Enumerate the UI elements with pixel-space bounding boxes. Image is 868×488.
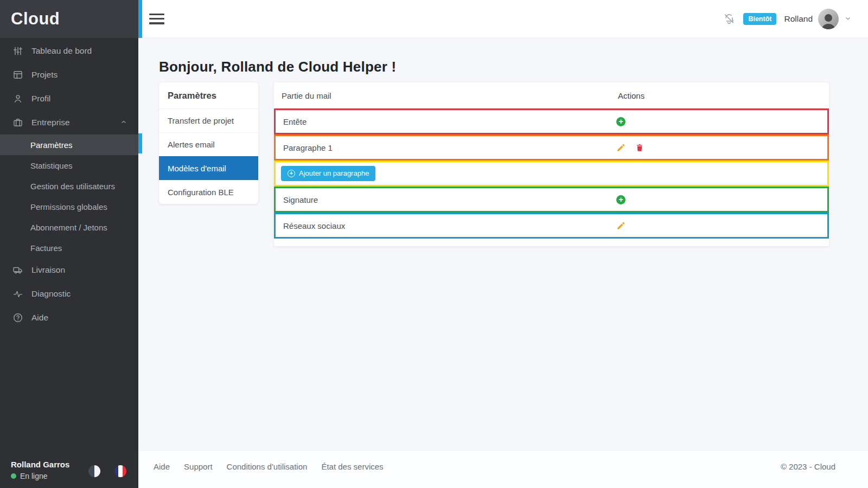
column-header-part: Partie du mail <box>274 91 618 100</box>
sidebar-item-tableau-de-bord[interactable]: Tableau de bord <box>0 39 138 63</box>
logo-accent-bar <box>138 0 142 38</box>
sidebar-item-factures[interactable]: Factures <box>0 237 138 258</box>
add-icon[interactable]: + <box>616 117 626 126</box>
table-row-add-paragraph: + Ajouter un paragraphe <box>274 160 829 187</box>
sidebar-item-parametres[interactable]: Paramètres <box>0 134 138 155</box>
chevron-up-icon <box>120 118 129 127</box>
main-content: Bonjour, Rolland de Cloud Helper ! Param… <box>138 38 868 450</box>
table-row-signature: Signature + <box>274 187 829 213</box>
footer-link-conditions[interactable]: Conditions d'utilisation <box>227 462 308 471</box>
sidebar-item-projets[interactable]: Projets <box>0 63 138 87</box>
french-flag-icon[interactable] <box>114 465 126 477</box>
avatar <box>818 9 839 29</box>
sidebar-item-abonnement-jetons[interactable]: Abonnement / Jetons <box>0 217 138 237</box>
sliders-icon <box>12 45 24 57</box>
edit-icon[interactable] <box>616 221 626 230</box>
user-name: Rolland <box>784 14 813 24</box>
topbar: Bientôt Rolland <box>138 0 868 38</box>
footer-link-etat-services[interactable]: État des services <box>321 462 383 471</box>
sidebar-item-diagnostic[interactable]: Diagnostic <box>0 282 138 306</box>
sidebar-nav: Tableau de bord Projets Profil Entrepris… <box>0 38 138 330</box>
help-icon <box>12 312 24 324</box>
table-row-paragraphe-1: Paragraphe 1 <box>274 134 829 160</box>
delete-icon[interactable] <box>635 143 644 152</box>
settings-menu: Paramètres Transfert de projet Alertes e… <box>159 82 258 204</box>
plus-circle-icon: + <box>288 170 295 177</box>
table-row-reseaux-sociaux: Réseaux sociaux <box>274 213 829 239</box>
email-parts-table: Partie du mail Actions Entête + Paragrap… <box>274 82 829 246</box>
settings-menu-title: Paramètres <box>159 82 258 108</box>
table-row-entete: Entête + <box>274 108 829 134</box>
user-icon <box>12 93 24 105</box>
truck-icon <box>12 264 24 276</box>
app-logo: Cloud <box>0 0 138 38</box>
copyright: © 2023 - Cloud <box>781 462 835 471</box>
settings-item-configuration-ble[interactable]: Configuration BLE <box>159 180 258 204</box>
app-logo-text: Cloud <box>11 9 60 29</box>
sidebar-footer: Rolland Garros En ligne <box>0 460 138 480</box>
settings-item-alertes-email[interactable]: Alertes email <box>159 132 258 156</box>
footer-link-aide[interactable]: Aide <box>154 462 170 471</box>
edit-icon[interactable] <box>616 143 626 152</box>
column-header-actions: Actions <box>618 91 829 100</box>
layout-icon <box>12 69 24 81</box>
add-icon[interactable]: + <box>616 195 626 204</box>
chevron-down-icon <box>844 15 853 23</box>
settings-item-transfert-de-projet[interactable]: Transfert de projet <box>159 108 258 132</box>
sidebar-item-permissions-globales[interactable]: Permissions globales <box>0 196 138 217</box>
user-menu[interactable]: Rolland <box>784 9 853 29</box>
menu-icon[interactable] <box>149 14 164 24</box>
entreprise-submenu: Paramètres Statistiques Gestion des util… <box>0 134 138 258</box>
footer-link-support[interactable]: Support <box>184 462 213 471</box>
status-label: En ligne <box>20 472 48 480</box>
sidebar-item-statistiques[interactable]: Statistiques <box>0 155 138 176</box>
sidebar-item-livraison[interactable]: Livraison <box>0 258 138 282</box>
sidebar-item-aide[interactable]: Aide <box>0 306 138 330</box>
add-paragraph-button[interactable]: + Ajouter un paragraphe <box>281 166 375 181</box>
sidebar-item-profil[interactable]: Profil <box>0 87 138 111</box>
table-header-row: Partie du mail Actions <box>274 82 829 108</box>
sidebar-item-entreprise[interactable]: Entreprise <box>0 111 138 134</box>
settings-item-modeles-email[interactable]: Modèles d'email <box>159 156 258 180</box>
sidebar: Cloud Tableau de bord Projets Profil Ent… <box>0 0 138 488</box>
bell-slash-icon[interactable] <box>723 12 736 25</box>
status-badge: Bientôt <box>743 13 776 25</box>
sidebar-item-gestion-utilisateurs[interactable]: Gestion des utilisateurs <box>0 176 138 196</box>
theme-toggle-icon[interactable] <box>88 465 100 477</box>
activity-icon <box>12 288 24 300</box>
page-title: Bonjour, Rolland de Cloud Helper ! <box>159 59 396 75</box>
page-footer: Aide Support Conditions d'utilisation Ét… <box>138 450 868 488</box>
status-dot <box>11 473 16 479</box>
briefcase-icon <box>12 117 24 129</box>
active-item-accent-bar <box>138 133 142 153</box>
